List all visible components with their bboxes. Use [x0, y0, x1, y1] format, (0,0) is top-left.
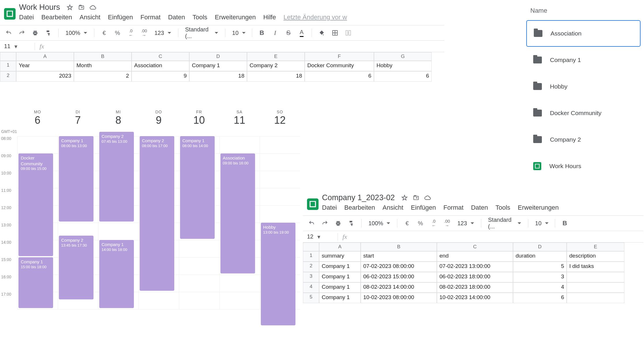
col-header-E[interactable]: E [247, 52, 305, 61]
calendar-event[interactable]: Association09:00 bis 16:00 [220, 153, 255, 273]
day-header[interactable]: MI8 [98, 110, 138, 126]
menu-ansicht[interactable]: Ansicht [80, 14, 100, 21]
cell[interactable]: 6 [513, 293, 567, 303]
cell[interactable]: Company 2 [247, 61, 305, 71]
strikethrough-icon[interactable]: S [283, 28, 294, 38]
star-icon[interactable] [401, 194, 408, 201]
cell[interactable]: 5 [513, 262, 567, 272]
zoom-select[interactable]: 100% [63, 30, 89, 36]
bold-icon[interactable]: B [257, 28, 267, 38]
borders-icon[interactable] [330, 28, 340, 38]
cell[interactable]: I did tasks [567, 262, 624, 272]
col-header-C[interactable]: C [437, 243, 513, 251]
cell[interactable]: end [437, 251, 513, 262]
cell[interactable]: summary [319, 251, 361, 262]
col-header-F[interactable]: F [305, 52, 374, 61]
text-color-icon[interactable]: A [297, 28, 307, 38]
fill-color-icon[interactable] [317, 28, 327, 38]
undo-icon[interactable] [3, 28, 14, 38]
cell[interactable]: 18 [247, 71, 305, 82]
cell[interactable]: Company 1 [319, 282, 361, 293]
cell[interactable]: start [361, 251, 437, 262]
calendar-event[interactable]: Company 108:00 bis 14:00 [180, 136, 215, 239]
cell[interactable]: 3 [513, 272, 567, 282]
font-family-select[interactable]: Standard (... [183, 26, 220, 40]
merge-cells-icon[interactable] [343, 28, 353, 38]
col-header-B[interactable]: B [361, 243, 437, 251]
calendar-event[interactable]: Company 207:45 bis 13:00 [99, 132, 134, 222]
cell[interactable] [567, 272, 624, 282]
drive-item[interactable]: Work Hours [526, 153, 641, 179]
menu-bearbeiten[interactable]: Bearbeiten [41, 14, 72, 21]
cell[interactable]: Company 1 [319, 272, 361, 282]
calendar-event[interactable]: Company 114:00 bis 18:00 [99, 240, 134, 308]
menu-einfügen[interactable]: Einfügen [411, 204, 436, 211]
calendar-event[interactable]: Company 213:45 bis 17:30 [59, 236, 93, 299]
print-icon[interactable] [333, 218, 343, 228]
cell[interactable]: description [567, 251, 624, 262]
doc-title[interactable]: Company 1_2023-02 [322, 193, 395, 202]
menu-tools[interactable]: Tools [495, 204, 510, 211]
drive-item[interactable]: Docker Community [526, 100, 641, 126]
col-header-A[interactable]: A [319, 243, 361, 251]
currency-icon[interactable]: € [402, 218, 412, 228]
menu-erweiterungen[interactable]: Erweiterungen [215, 14, 256, 21]
sheets-logo-icon[interactable] [4, 8, 16, 20]
zoom-select[interactable]: 100% [366, 220, 392, 227]
drive-item[interactable]: Company 1 [526, 47, 641, 73]
drive-item[interactable]: Association [526, 20, 641, 47]
cell[interactable]: Month [74, 61, 132, 71]
undo-icon[interactable] [306, 218, 317, 228]
spreadsheet-grid[interactable]: ABCDEFG1YearMonthAssociationCompany 1Com… [0, 52, 444, 82]
number-format-select[interactable]: 123 [455, 220, 476, 227]
cloud-status-icon[interactable] [89, 4, 96, 11]
day-header[interactable]: MO6 [17, 110, 58, 126]
percent-icon[interactable]: % [415, 218, 426, 228]
row-header-4[interactable]: 4 [303, 282, 319, 293]
cell[interactable]: Company 1 [319, 262, 361, 272]
cell[interactable]: 08-02-2023 18:00:00 [437, 282, 513, 293]
increase-decimal-icon[interactable]: .00→ [442, 218, 452, 228]
cell[interactable]: 2023 [16, 71, 74, 82]
menu-format[interactable]: Format [141, 14, 161, 21]
day-header[interactable]: FR10 [179, 110, 219, 126]
move-icon[interactable] [413, 194, 420, 201]
col-header-C[interactable]: C [132, 52, 189, 61]
col-header-G[interactable]: G [374, 52, 432, 61]
menu-hilfe[interactable]: Hilfe [263, 14, 276, 21]
cell[interactable]: 06-02-2023 15:00:00 [361, 272, 437, 282]
row-header-3[interactable]: 3 [303, 272, 319, 282]
percent-icon[interactable]: % [112, 28, 123, 38]
font-family-select[interactable]: Standard (... [486, 217, 523, 230]
drive-item[interactable]: Company 2 [526, 126, 641, 153]
row-header-5[interactable]: 5 [303, 293, 319, 303]
name-box[interactable]: 12 ▾ [303, 233, 338, 240]
drive-item[interactable]: Hobby [526, 73, 641, 100]
col-header-A[interactable]: A [16, 52, 74, 61]
col-header-D[interactable]: D [189, 52, 247, 61]
col-header-E[interactable]: E [567, 243, 624, 251]
menu-einfügen[interactable]: Einfügen [108, 14, 133, 21]
paint-format-icon[interactable] [346, 218, 357, 228]
cell[interactable] [567, 282, 624, 293]
day-header[interactable]: DI7 [58, 110, 98, 126]
calendar-event[interactable]: Company 108:00 bis 13:00 [59, 136, 93, 222]
day-header[interactable]: SA11 [219, 110, 260, 126]
calendar-event[interactable]: Company 115:00 bis 18:00 [18, 257, 53, 308]
menu-tools[interactable]: Tools [192, 14, 207, 21]
currency-icon[interactable]: € [99, 28, 109, 38]
row-header-2[interactable]: 2 [303, 262, 319, 272]
cell[interactable]: 07-02-2023 08:00:00 [361, 262, 437, 272]
cell[interactable]: Docker Community [305, 61, 374, 71]
cell[interactable]: 07-02-2023 13:00:00 [437, 262, 513, 272]
star-icon[interactable] [66, 4, 73, 11]
row-header-1[interactable]: 1 [303, 251, 319, 262]
cell[interactable] [567, 293, 624, 303]
drive-header-name[interactable]: Name [526, 5, 641, 20]
menu-ansicht[interactable]: Ansicht [383, 204, 403, 211]
day-header[interactable]: DO9 [138, 110, 179, 126]
menu-datei[interactable]: Datei [322, 204, 337, 211]
cell[interactable]: 9 [132, 71, 189, 82]
cell[interactable]: 10-02-2023 08:00:00 [361, 293, 437, 303]
doc-title[interactable]: Work Hours [19, 3, 60, 12]
